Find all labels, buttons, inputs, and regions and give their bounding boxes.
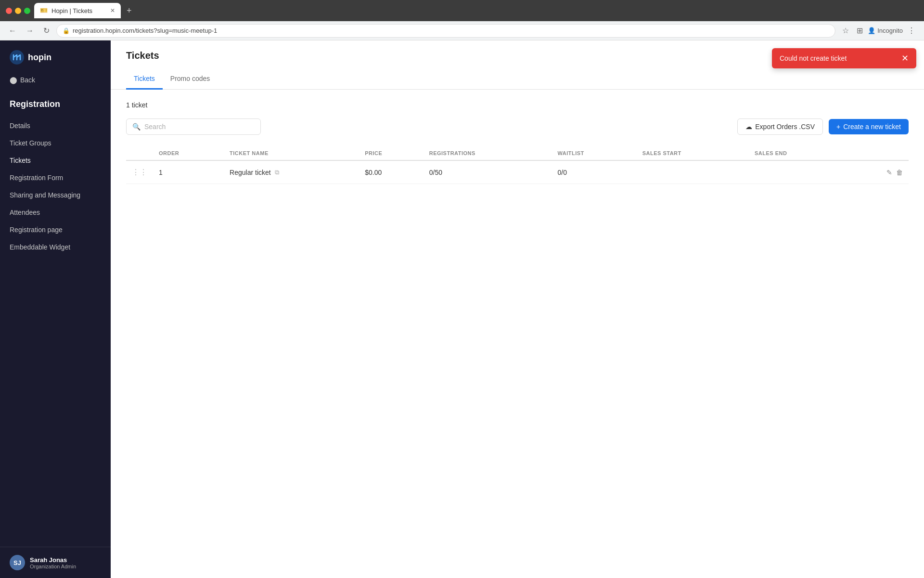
tab-promo-codes[interactable]: Promo codes [163,69,218,90]
incognito-icon: 👤 [868,27,875,34]
ticket-name-text: Regular ticket [230,169,271,176]
sidebar-item-registration-form[interactable]: Registration Form [0,169,111,186]
user-info: Sarah Jonas Organization Admin [30,556,76,569]
window-minimize-button[interactable] [15,8,21,14]
actions-cell: ✎ 🗑 [847,160,909,184]
plus-icon: + [836,123,840,131]
order-cell: 1 [153,160,224,184]
error-toast: Could not create ticket ✕ [772,48,916,68]
drag-handle-icon[interactable]: ⋮⋮ [132,168,147,176]
copy-icon[interactable]: ⧉ [275,169,279,176]
sidebar-footer: SJ Sarah Jonas Organization Admin [0,547,111,578]
export-icon: ☁ [745,123,752,131]
window-maximize-button[interactable] [24,8,30,14]
browser-tab[interactable]: 🎫 Hopin | Tickets ✕ [34,3,121,18]
table-body: ⋮⋮ 1 Regular ticket ⧉ $0.00 0/50 0/0 [126,160,909,184]
table-row: ⋮⋮ 1 Regular ticket ⧉ $0.00 0/50 0/0 [126,160,909,184]
price-cell: $0.00 [359,160,424,184]
export-label: Export Orders .CSV [755,123,815,131]
col-ticket-name: TICKET NAME [224,146,359,160]
back-link[interactable]: ⬤ Back [0,72,111,92]
col-registrations: REGISTRATIONS [424,146,552,160]
edit-button[interactable]: ✎ [886,169,892,176]
lock-icon: 🔒 [63,27,70,34]
toolbar-actions: ☆ ⊞ 👤 Incognito ⋮ [839,24,918,37]
search-box: 🔍 [126,118,261,135]
create-label: Create a new ticket [843,123,901,131]
error-toast-close-button[interactable]: ✕ [901,54,909,63]
menu-button[interactable]: ⋮ [905,24,918,37]
sidebar-item-details[interactable]: Details [0,117,111,134]
tab-tickets[interactable]: Tickets [126,69,163,90]
back-icon: ⬤ [10,76,17,84]
sidebar-section-label: Registration [0,92,111,113]
user-avatar: SJ [10,555,25,570]
content-area: 1 ticket 🔍 ☁ Export Orders .CSV + Create… [111,90,924,578]
address-bar[interactable]: 🔒 registration.hopin.com/tickets?slug=mu… [56,24,835,38]
sidebar: hopin ⬤ Back Registration Details Ticket… [0,40,111,578]
col-sales-start: SALES START [637,146,749,160]
create-ticket-button[interactable]: + Create a new ticket [829,119,909,134]
sidebar-nav: Details Ticket Groups Tickets Registrati… [0,113,111,547]
back-button[interactable]: ← [6,25,19,37]
registrations-cell: 0/50 [424,160,552,184]
sidebar-item-sharing-messaging[interactable]: Sharing and Messaging [0,186,111,204]
search-icon: 🔍 [132,123,141,131]
toolbar-right: ☁ Export Orders .CSV + Create a new tick… [737,118,909,135]
user-name: Sarah Jonas [30,556,76,564]
col-order: ORDER [153,146,224,160]
export-csv-button[interactable]: ☁ Export Orders .CSV [737,118,823,135]
tab-favicon: 🎫 [40,7,48,14]
row-actions: ✎ 🗑 [852,169,903,176]
user-role: Organization Admin [30,564,76,569]
browser-window-controls [6,8,30,14]
app-container: hopin ⬤ Back Registration Details Ticket… [0,40,924,578]
window-close-button[interactable] [6,8,12,14]
col-waitlist: WAITLIST [552,146,637,160]
url-text: registration.hopin.com/tickets?slug=musi… [73,27,829,34]
sidebar-item-tickets[interactable]: Tickets [0,152,111,169]
sales-start-cell [637,160,749,184]
new-tab-button[interactable]: + [127,6,132,16]
forward-button[interactable]: → [23,25,37,37]
delete-button[interactable]: 🗑 [896,169,903,176]
search-input[interactable] [144,123,255,131]
sidebar-item-registration-page[interactable]: Registration page [0,221,111,238]
error-toast-message: Could not create ticket [780,54,896,62]
ticket-count: 1 ticket [126,101,909,109]
tab-title: Hopin | Tickets [51,7,92,14]
browser-chrome: 🎫 Hopin | Tickets ✕ + [0,0,924,21]
drag-handle-cell: ⋮⋮ [126,160,153,184]
incognito-indicator: 👤 Incognito [868,27,903,34]
tickets-table: ORDER TICKET NAME PRICE REGISTRATIONS WA… [126,146,909,184]
col-price: PRICE [359,146,424,160]
sidebar-item-attendees[interactable]: Attendees [0,204,111,221]
tab-close-button[interactable]: ✕ [110,7,115,14]
main-content: Could not create ticket ✕ Tickets Ticket… [111,40,924,578]
extensions-button[interactable]: ⊞ [854,24,866,37]
sales-end-cell [749,160,847,184]
reload-button[interactable]: ↻ [40,24,52,37]
ticket-name-cell: Regular ticket ⧉ [224,160,359,184]
incognito-label: Incognito [877,27,903,34]
hopin-logo-icon [10,50,24,65]
back-label: Back [20,76,35,84]
sidebar-item-embeddable-widget[interactable]: Embeddable Widget [0,238,111,256]
col-drag [126,146,153,160]
table-header: ORDER TICKET NAME PRICE REGISTRATIONS WA… [126,146,909,160]
sidebar-item-ticket-groups[interactable]: Ticket Groups [0,134,111,152]
waitlist-cell: 0/0 [552,160,637,184]
tabs: Tickets Promo codes [126,69,909,89]
bookmark-button[interactable]: ☆ [839,24,852,37]
content-toolbar: 🔍 ☁ Export Orders .CSV + Create a new ti… [126,118,909,135]
col-sales-end: SALES END [749,146,847,160]
browser-toolbar: ← → ↻ 🔒 registration.hopin.com/tickets?s… [0,21,924,40]
sidebar-logo: hopin [0,40,111,72]
col-actions [847,146,909,160]
logo-text: hopin [28,53,51,63]
